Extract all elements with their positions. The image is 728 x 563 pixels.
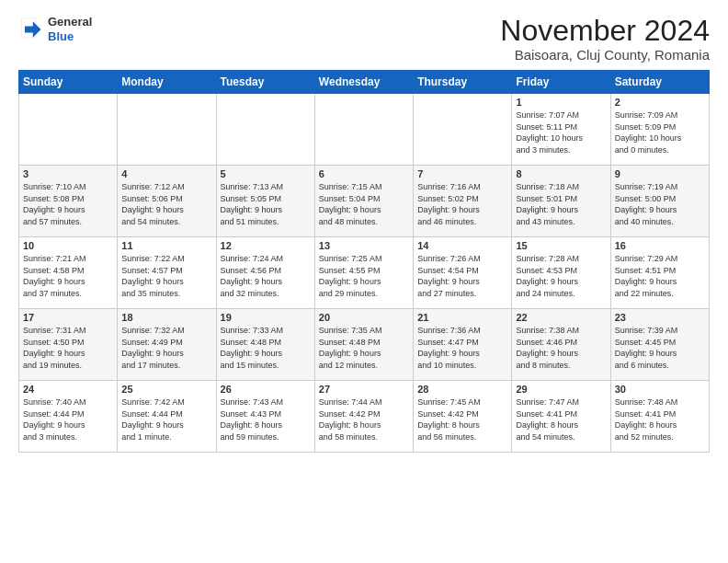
day-number: 9	[615, 168, 705, 179]
cell-info: Sunrise: 7:28 AMSunset: 4:53 PMDaylight:…	[516, 253, 606, 299]
day-number: 12	[221, 240, 311, 251]
calendar-cell: 7Sunrise: 7:16 AMSunset: 5:02 PMDaylight…	[414, 166, 512, 237]
calendar-cell: 19Sunrise: 7:33 AMSunset: 4:48 PMDayligh…	[216, 309, 314, 381]
calendar-header: SundayMondayTuesdayWednesdayThursdayFrid…	[19, 71, 710, 94]
cell-info: Sunrise: 7:32 AMSunset: 4:49 PMDaylight:…	[121, 325, 211, 371]
calendar-cell: 28Sunrise: 7:45 AMSunset: 4:42 PMDayligh…	[414, 381, 512, 453]
cell-info: Sunrise: 7:29 AMSunset: 4:51 PMDaylight:…	[615, 253, 705, 299]
calendar-cell: 11Sunrise: 7:22 AMSunset: 4:57 PMDayligh…	[118, 237, 216, 309]
cell-info: Sunrise: 7:36 AMSunset: 4:47 PMDaylight:…	[417, 325, 507, 371]
calendar-cell: 3Sunrise: 7:10 AMSunset: 5:08 PMDaylight…	[19, 166, 118, 237]
calendar-cell: 9Sunrise: 7:19 AMSunset: 5:00 PMDaylight…	[610, 166, 709, 237]
cell-info: Sunrise: 7:09 AMSunset: 5:09 PMDaylight:…	[615, 109, 705, 155]
calendar-cell: 24Sunrise: 7:40 AMSunset: 4:44 PMDayligh…	[19, 381, 118, 453]
day-number: 6	[319, 168, 409, 179]
calendar-cell: 12Sunrise: 7:24 AMSunset: 4:56 PMDayligh…	[216, 237, 314, 309]
calendar-week-1: 3Sunrise: 7:10 AMSunset: 5:08 PMDaylight…	[19, 166, 710, 237]
day-number: 8	[516, 168, 606, 179]
weekday-header-wednesday: Wednesday	[314, 71, 413, 94]
day-number: 4	[121, 168, 211, 179]
day-number: 13	[319, 240, 409, 251]
weekday-header-row: SundayMondayTuesdayWednesdayThursdayFrid…	[19, 71, 710, 94]
calendar-cell: 17Sunrise: 7:31 AMSunset: 4:50 PMDayligh…	[19, 309, 118, 381]
cell-info: Sunrise: 7:19 AMSunset: 5:00 PMDaylight:…	[615, 181, 705, 227]
cell-info: Sunrise: 7:43 AMSunset: 4:43 PMDaylight:…	[221, 396, 311, 442]
day-number: 17	[23, 312, 113, 323]
calendar-cell: 30Sunrise: 7:48 AMSunset: 4:41 PMDayligh…	[610, 381, 709, 453]
cell-info: Sunrise: 7:39 AMSunset: 4:45 PMDaylight:…	[615, 325, 705, 371]
day-number: 20	[319, 312, 409, 323]
day-number: 22	[516, 312, 606, 323]
cell-info: Sunrise: 7:18 AMSunset: 5:01 PMDaylight:…	[516, 181, 606, 227]
calendar-week-3: 17Sunrise: 7:31 AMSunset: 4:50 PMDayligh…	[19, 309, 710, 381]
calendar-cell: 22Sunrise: 7:38 AMSunset: 4:46 PMDayligh…	[512, 309, 610, 381]
day-number: 7	[417, 168, 507, 179]
day-number: 26	[221, 384, 311, 395]
day-number: 2	[615, 97, 705, 108]
cell-info: Sunrise: 7:38 AMSunset: 4:46 PMDaylight:…	[516, 325, 606, 371]
calendar-cell: 5Sunrise: 7:13 AMSunset: 5:05 PMDaylight…	[216, 166, 314, 237]
day-number: 23	[615, 312, 705, 323]
cell-info: Sunrise: 7:47 AMSunset: 4:41 PMDaylight:…	[516, 396, 606, 442]
day-number: 3	[23, 168, 113, 179]
location-subtitle: Baisoara, Cluj County, Romania	[500, 47, 710, 63]
cell-info: Sunrise: 7:10 AMSunset: 5:08 PMDaylight:…	[23, 181, 113, 227]
day-number: 28	[417, 384, 507, 395]
calendar-cell: 10Sunrise: 7:21 AMSunset: 4:58 PMDayligh…	[19, 237, 118, 309]
logo-icon	[18, 17, 44, 42]
cell-info: Sunrise: 7:31 AMSunset: 4:50 PMDaylight:…	[23, 325, 113, 371]
cell-info: Sunrise: 7:15 AMSunset: 5:04 PMDaylight:…	[319, 181, 409, 227]
cell-info: Sunrise: 7:25 AMSunset: 4:55 PMDaylight:…	[319, 253, 409, 299]
cell-info: Sunrise: 7:12 AMSunset: 5:06 PMDaylight:…	[121, 181, 211, 227]
cell-info: Sunrise: 7:07 AMSunset: 5:11 PMDaylight:…	[516, 109, 606, 155]
calendar-cell: 29Sunrise: 7:47 AMSunset: 4:41 PMDayligh…	[512, 381, 610, 453]
day-number: 18	[121, 312, 211, 323]
calendar-cell: 27Sunrise: 7:44 AMSunset: 4:42 PMDayligh…	[314, 381, 413, 453]
calendar-cell	[118, 94, 216, 166]
month-title: November 2024	[500, 15, 710, 47]
day-number: 27	[319, 384, 409, 395]
logo-text: General Blue	[48, 15, 92, 43]
day-number: 10	[23, 240, 113, 251]
weekday-header-friday: Friday	[512, 71, 610, 94]
calendar-cell: 21Sunrise: 7:36 AMSunset: 4:47 PMDayligh…	[414, 309, 512, 381]
cell-info: Sunrise: 7:40 AMSunset: 4:44 PMDaylight:…	[23, 396, 113, 442]
calendar-cell	[314, 94, 413, 166]
calendar-week-4: 24Sunrise: 7:40 AMSunset: 4:44 PMDayligh…	[19, 381, 710, 453]
day-number: 11	[121, 240, 211, 251]
day-number: 16	[615, 240, 705, 251]
calendar-cell: 25Sunrise: 7:42 AMSunset: 4:44 PMDayligh…	[118, 381, 216, 453]
logo: General Blue	[18, 15, 92, 43]
day-number: 29	[516, 384, 606, 395]
cell-info: Sunrise: 7:45 AMSunset: 4:42 PMDaylight:…	[417, 396, 507, 442]
cell-info: Sunrise: 7:33 AMSunset: 4:48 PMDaylight:…	[221, 325, 311, 371]
header-row: General Blue November 2024 Baisoara, Clu…	[18, 15, 710, 63]
calendar-week-2: 10Sunrise: 7:21 AMSunset: 4:58 PMDayligh…	[19, 237, 710, 309]
day-number: 21	[417, 312, 507, 323]
calendar-cell: 18Sunrise: 7:32 AMSunset: 4:49 PMDayligh…	[118, 309, 216, 381]
calendar-cell: 14Sunrise: 7:26 AMSunset: 4:54 PMDayligh…	[414, 237, 512, 309]
cell-info: Sunrise: 7:22 AMSunset: 4:57 PMDaylight:…	[121, 253, 211, 299]
calendar-cell: 23Sunrise: 7:39 AMSunset: 4:45 PMDayligh…	[610, 309, 709, 381]
cell-info: Sunrise: 7:48 AMSunset: 4:41 PMDaylight:…	[615, 396, 705, 442]
main-container: General Blue November 2024 Baisoara, Clu…	[0, 0, 728, 462]
calendar-table: SundayMondayTuesdayWednesdayThursdayFrid…	[18, 70, 710, 453]
day-number: 5	[221, 168, 311, 179]
cell-info: Sunrise: 7:44 AMSunset: 4:42 PMDaylight:…	[319, 396, 409, 442]
cell-info: Sunrise: 7:26 AMSunset: 4:54 PMDaylight:…	[417, 253, 507, 299]
day-number: 1	[516, 97, 606, 108]
calendar-cell	[414, 94, 512, 166]
calendar-cell	[216, 94, 314, 166]
day-number: 19	[221, 312, 311, 323]
day-number: 25	[121, 384, 211, 395]
weekday-header-sunday: Sunday	[19, 71, 118, 94]
calendar-cell: 15Sunrise: 7:28 AMSunset: 4:53 PMDayligh…	[512, 237, 610, 309]
logo-line2: Blue	[48, 29, 92, 44]
day-number: 14	[417, 240, 507, 251]
logo-line1: General	[48, 15, 92, 29]
weekday-header-thursday: Thursday	[414, 71, 512, 94]
calendar-cell: 2Sunrise: 7:09 AMSunset: 5:09 PMDaylight…	[610, 94, 709, 166]
day-number: 30	[615, 384, 705, 395]
cell-info: Sunrise: 7:16 AMSunset: 5:02 PMDaylight:…	[417, 181, 507, 227]
day-number: 24	[23, 384, 113, 395]
